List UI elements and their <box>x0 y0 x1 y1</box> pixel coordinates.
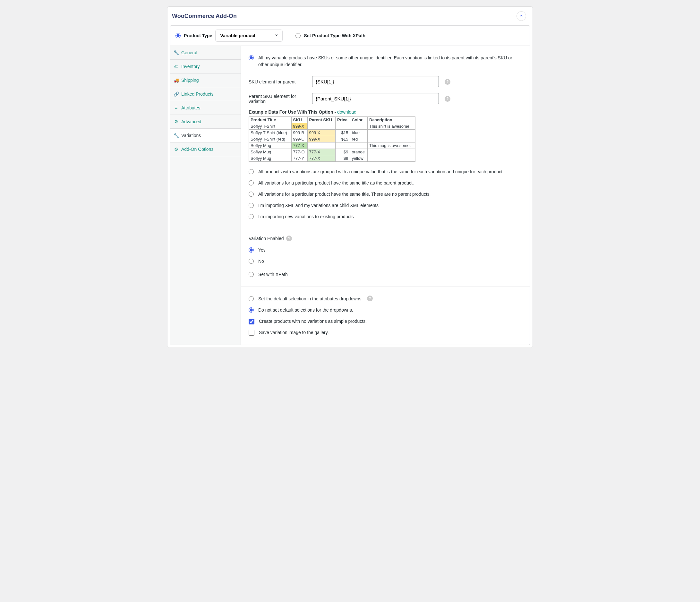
default-radio-set[interactable] <box>249 296 254 301</box>
method-text: I'm importing XML and my variations are … <box>258 202 379 209</box>
sidebar-item-label: General <box>181 50 197 55</box>
sidebar-item-shipping[interactable]: 🚚 Shipping <box>170 73 241 87</box>
method-radio-title-parent[interactable] <box>249 180 254 186</box>
sku-parent-input[interactable] <box>312 76 439 87</box>
ve-no: No <box>249 256 522 267</box>
panel-body: Product Type Variable product Set Produc… <box>170 25 530 345</box>
method-radio-title-noparent[interactable] <box>249 192 254 197</box>
product-type-radio[interactable] <box>175 33 181 38</box>
sidebar-item-label: Advanced <box>181 119 201 124</box>
product-type-group: Product Type Variable product <box>175 29 283 42</box>
tag-icon: 🏷 <box>174 64 179 69</box>
table-header-row: Product Title SKU Parent SKU Price Color… <box>249 117 416 123</box>
table-row: Soflyy T-Shirt 999-X This shirt is aweso… <box>249 123 416 130</box>
sidebar-item-variations[interactable]: 🔧 Variations <box>170 129 241 143</box>
default-text: Create products with no variations as si… <box>259 318 367 325</box>
help-icon[interactable]: ? <box>445 79 450 85</box>
download-link[interactable]: download <box>337 110 356 115</box>
default-checkbox-gallery[interactable] <box>249 330 254 336</box>
method-opt-existing: I'm importing new variations to existing… <box>249 211 522 222</box>
layout: 🔧 General 🏷 Inventory 🚚 Shipping 🔗 Linke… <box>170 46 530 345</box>
method-radio-existing[interactable] <box>249 214 254 219</box>
parent-sku-row: Parent SKU element for variation ? <box>249 93 522 104</box>
sku-parent-row: SKU element for parent ? <box>249 76 522 87</box>
default-checkbox-simple[interactable] <box>249 319 254 324</box>
col-parent-sku: Parent SKU <box>307 117 335 123</box>
default-text: Do not set default selections for the dr… <box>258 307 353 314</box>
col-price: Price <box>335 117 350 123</box>
sidebar-item-label: Add-On Options <box>181 147 213 152</box>
gear-icon: ⚙ <box>174 119 179 124</box>
col-color: Color <box>350 117 368 123</box>
method-text: All products with variations are grouped… <box>258 168 504 175</box>
method-radio-grouped[interactable] <box>249 169 254 174</box>
help-icon[interactable]: ? <box>367 295 373 301</box>
default-noset: Do not set default selections for the dr… <box>249 305 522 316</box>
method-text: All variations for a particular product … <box>258 180 414 187</box>
default-radio-noset[interactable] <box>249 307 254 313</box>
col-title: Product Title <box>249 117 292 123</box>
sidebar-item-addon-options[interactable]: ⚙ Add-On Options <box>170 143 241 156</box>
parent-sku-label: Parent SKU element for variation <box>249 94 306 104</box>
method-opt-title-parent: All variations for a particular product … <box>249 177 522 189</box>
sidebar: 🔧 General 🏷 Inventory 🚚 Shipping 🔗 Linke… <box>170 46 241 345</box>
sku-fields: SKU element for parent ? Parent SKU elem… <box>249 76 522 162</box>
col-sku: SKU <box>291 117 307 123</box>
wrench-icon: 🔧 <box>174 50 179 55</box>
product-type-label: Product Type <box>184 33 212 38</box>
gear-icon: ⚙ <box>174 147 179 152</box>
method-text: I'm importing new variations to existing… <box>258 213 354 220</box>
table-row: Soflyy Mug 777-X This mug is awesome. <box>249 143 416 149</box>
ve-xpath: Set with XPath <box>249 269 522 280</box>
default-simple: Create products with no variations as si… <box>249 316 522 327</box>
method-text: All my variable products have SKUs or so… <box>258 54 522 68</box>
sidebar-item-general[interactable]: 🔧 General <box>170 46 241 60</box>
panel-title: WooCommerce Add-On <box>172 13 237 20</box>
chevron-up-icon <box>519 14 524 19</box>
top-row: Product Type Variable product Set Produc… <box>170 26 530 46</box>
sidebar-item-advanced[interactable]: ⚙ Advanced <box>170 115 241 129</box>
method-radio-xml[interactable] <box>249 203 254 208</box>
ve-text: No <box>258 258 264 265</box>
sidebar-item-attributes[interactable]: ≡ Attributes <box>170 101 241 115</box>
sidebar-item-label: Attributes <box>181 105 200 111</box>
sidebar-item-inventory[interactable]: 🏷 Inventory <box>170 60 241 73</box>
help-icon[interactable]: ? <box>286 236 292 241</box>
collapse-button[interactable] <box>517 11 526 21</box>
panel-header: WooCommerce Add-On <box>168 7 532 25</box>
xpath-group: Set Product Type With XPath <box>296 33 366 38</box>
default-text: Save variation image to the gallery. <box>259 329 329 336</box>
ve-text: Yes <box>258 247 266 254</box>
default-text: Set the default selection in the attribu… <box>258 295 362 302</box>
table-row: Soflyy T-Shirt (blue) 999-B 999-X $15 bl… <box>249 130 416 136</box>
method-opt-grouped: All products with variations are grouped… <box>249 166 522 177</box>
ve-text: Set with XPath <box>258 271 288 278</box>
product-type-select-wrap: Variable product <box>215 29 283 42</box>
truck-icon: 🚚 <box>174 78 179 83</box>
ve-yes: Yes <box>249 244 522 256</box>
product-type-select[interactable]: Variable product <box>215 29 283 42</box>
sidebar-item-label: Shipping <box>181 78 199 83</box>
sidebar-item-label: Variations <box>181 133 201 138</box>
sidebar-item-linked-products[interactable]: 🔗 Linked Products <box>170 87 241 101</box>
ve-radio-xpath[interactable] <box>249 272 254 277</box>
method-radio-sku[interactable] <box>249 55 254 60</box>
table-row: Soflyy Mug 777-O 777-X $9 orange <box>249 149 416 155</box>
help-icon[interactable]: ? <box>445 96 450 102</box>
wrench-icon: 🔧 <box>174 133 179 138</box>
content: All my variable products have SKUs or so… <box>241 46 530 345</box>
ve-radio-no[interactable] <box>249 259 254 264</box>
xpath-label: Set Product Type With XPath <box>304 33 366 38</box>
table-row: Soflyy Mug 777-Y 777-X $9 yellow <box>249 155 416 162</box>
method-opt-xml: I'm importing XML and my variations are … <box>249 200 522 211</box>
woocommerce-addon-panel: WooCommerce Add-On Product Type Variable… <box>167 6 533 348</box>
default-gallery: Save variation image to the gallery. <box>249 327 522 338</box>
sidebar-item-label: Linked Products <box>181 92 213 97</box>
parent-sku-input[interactable] <box>312 93 439 104</box>
sku-parent-label: SKU element for parent <box>249 79 306 85</box>
table-row: Soflyy T-Shirt (red) 999-C 999-X $15 red <box>249 136 416 143</box>
xpath-radio[interactable] <box>296 33 301 38</box>
ve-radio-yes[interactable] <box>249 247 254 252</box>
example-table: Product Title SKU Parent SKU Price Color… <box>249 117 416 162</box>
section-defaults: Set the default selection in the attribu… <box>241 287 530 345</box>
